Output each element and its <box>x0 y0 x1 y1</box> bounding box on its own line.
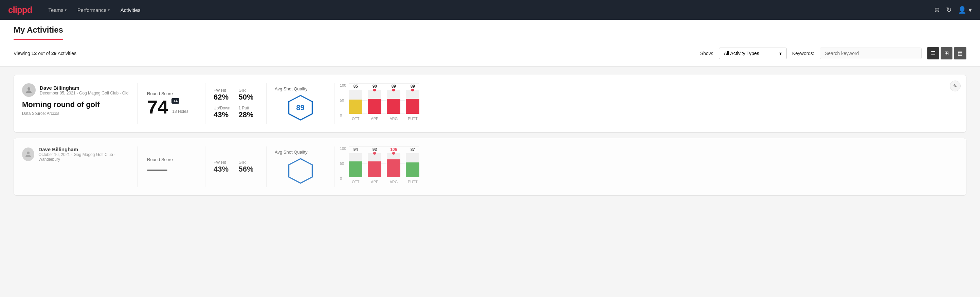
grid-view-button[interactable]: ⊞ <box>940 47 953 59</box>
card-info-2: Dave Billingham October 16, 2021 - Gog M… <box>22 147 137 187</box>
stats-2: FW Hit 43% GIR 56% <box>205 147 267 187</box>
activity-card-1: Dave Billingham December 05, 2021 - Gog … <box>14 75 966 133</box>
avatar-2 <box>22 147 34 161</box>
bar-app-1: 90 APP <box>368 84 381 121</box>
user-name-2: Dave Billingham <box>38 147 129 152</box>
score-label-2: Round Score <box>147 157 196 162</box>
user-name-1: Dave Billingham <box>40 85 128 91</box>
logo: clippd <box>8 5 32 15</box>
avg-shot-quality-1: Avg Shot Quality 89 <box>267 83 334 124</box>
bar-ott-1: 85 OTT <box>349 84 362 121</box>
score-number-1: 74 <box>147 97 168 117</box>
bar-ott-2: 94 OTT <box>349 147 362 184</box>
nav-activities-label: Activities <box>121 7 141 13</box>
quality-label-2: Avg Shot Quality <box>275 150 308 155</box>
bar-arg-2: 106 ARG <box>387 147 400 184</box>
stat-1putt-1: 1 Putt 28% <box>239 106 258 119</box>
stat-gir-2: GIR 56% <box>239 160 258 174</box>
stat-fw-hit-2: FW Hit 43% <box>213 160 233 174</box>
avg-shot-quality-2: Avg Shot Quality <box>267 147 334 187</box>
refresh-icon[interactable]: ↻ <box>946 6 952 14</box>
nav-performance-label: Performance <box>78 7 107 13</box>
hex-score-1: 89 <box>296 103 304 112</box>
stats-1: FW Hit 62% GIR 50% Up/Down 43% 1 Putt 28… <box>205 83 267 124</box>
user-date-2: October 16, 2021 - Gog Magog Golf Club -… <box>38 152 129 162</box>
nav-teams[interactable]: Teams ▾ <box>49 7 67 13</box>
activity-title-1: Morning round of golf <box>22 100 129 109</box>
nav-activities[interactable]: Activities <box>121 7 141 13</box>
round-score-1: Round Score 74 +4 18 Holes <box>137 83 205 124</box>
chevron-down-icon: ▾ <box>108 8 110 12</box>
quality-label-1: Avg Shot Quality <box>275 86 308 91</box>
keywords-label: Keywords: <box>792 51 814 56</box>
nav-teams-label: Teams <box>49 7 64 13</box>
score-label-1: Round Score <box>147 91 196 96</box>
chart-2: 100 50 0 94 OTT <box>334 147 958 187</box>
avatar-1 <box>22 83 36 97</box>
score-holes-1: 18 Holes <box>172 109 188 114</box>
svg-point-2 <box>27 152 30 154</box>
score-badge-1: +4 <box>172 98 179 104</box>
stat-gir-1: GIR 50% <box>239 88 258 102</box>
svg-point-0 <box>27 87 30 90</box>
show-label: Show: <box>700 51 713 56</box>
chevron-down-icon: ▾ <box>779 51 782 56</box>
chevron-down-icon: ▾ <box>65 8 67 12</box>
user-profile-icon[interactable]: 👤 ▾ <box>958 6 972 14</box>
bar-arg-1: 89 ARG <box>387 84 400 121</box>
round-score-2: Round Score <box>137 147 205 187</box>
stat-fw-hit-1: FW Hit 62% <box>213 88 233 102</box>
chart-1: 100 50 0 85 OTT <box>334 83 958 124</box>
navbar: clippd Teams ▾ Performance ▾ Activities … <box>0 0 980 20</box>
toolbar: Viewing 12 out of 29 Activities Show: Al… <box>0 40 980 67</box>
activity-type-value: All Activity Types <box>724 51 759 56</box>
list-view-button[interactable]: ▤ <box>954 47 966 59</box>
bar-putt-1: 89 PUTT <box>406 84 419 121</box>
search-input[interactable] <box>820 48 921 59</box>
bar-putt-2: 87 PUTT <box>406 147 419 184</box>
nav-performance[interactable]: Performance ▾ <box>78 7 110 13</box>
stat-updown-1: Up/Down 43% <box>213 106 233 119</box>
chart-y-labels-2: 100 50 0 <box>340 147 346 187</box>
chart-y-labels-1: 100 50 0 <box>340 83 346 124</box>
add-circle-icon[interactable]: ⊕ <box>934 6 940 14</box>
bar-app-2: 93 APP <box>368 147 381 184</box>
edit-button-1[interactable]: ✎ <box>950 81 961 91</box>
svg-marker-3 <box>289 159 312 183</box>
viewing-text: Viewing 12 out of 29 Activities <box>14 51 695 56</box>
view-mode-toggles: ☰ ⊞ ▤ <box>927 47 966 59</box>
activities-list: Dave Billingham December 05, 2021 - Gog … <box>0 67 980 204</box>
data-source-1: Data Source: Arccos <box>22 111 129 116</box>
card-info-1: Dave Billingham December 05, 2021 - Gog … <box>22 83 137 124</box>
list-compact-view-button[interactable]: ☰ <box>927 47 939 59</box>
nav-actions: ⊕ ↻ 👤 ▾ <box>934 6 972 14</box>
user-date-1: December 05, 2021 - Gog Magog Golf Club … <box>40 91 128 96</box>
page-header: My Activities <box>0 20 980 40</box>
activity-card-2: Dave Billingham October 16, 2021 - Gog M… <box>14 138 966 196</box>
activity-type-select[interactable]: All Activity Types ▾ <box>719 48 787 59</box>
page-title: My Activities <box>14 25 63 40</box>
